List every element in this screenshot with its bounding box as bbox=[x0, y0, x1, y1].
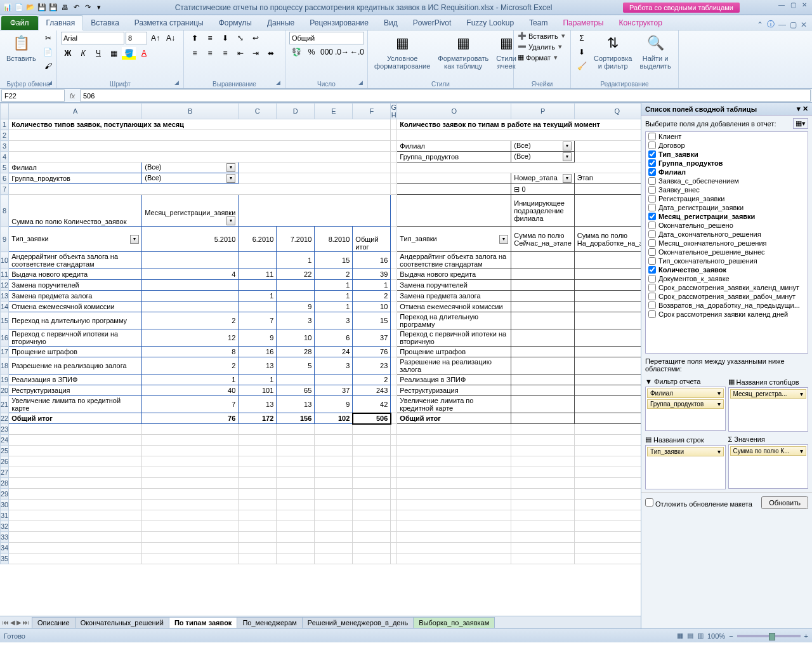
field-item[interactable]: Дата_окончательного_решения bbox=[646, 230, 808, 239]
field-checkbox[interactable] bbox=[648, 266, 656, 274]
save-all-icon[interactable]: 💾 bbox=[48, 3, 58, 13]
italic-icon[interactable]: К bbox=[76, 47, 90, 60]
name-box[interactable] bbox=[1, 90, 65, 102]
col-B[interactable]: B bbox=[142, 103, 239, 119]
zoom-in-icon[interactable]: + bbox=[804, 632, 808, 640]
row-label[interactable]: Прощение штрафов bbox=[9, 347, 142, 357]
field-checkbox[interactable] bbox=[648, 142, 656, 149]
field-item[interactable]: Окончательно_решено bbox=[646, 221, 808, 230]
number-format-combo[interactable] bbox=[289, 32, 364, 44]
field-item[interactable]: Тип_заявки bbox=[646, 150, 808, 159]
font-launcher-icon[interactable]: ◢ bbox=[174, 79, 182, 87]
format-painter-icon[interactable]: 🖌 bbox=[41, 60, 55, 72]
col-G[interactable]: G H bbox=[391, 103, 397, 119]
filter-icon[interactable]: ▾ bbox=[226, 163, 235, 172]
field-checkbox[interactable] bbox=[648, 213, 656, 220]
insert-cells-button[interactable]: ➕Вставить▾ bbox=[518, 32, 566, 40]
row-label[interactable]: Реструктуризация bbox=[9, 385, 142, 396]
field-checkbox[interactable] bbox=[648, 150, 656, 158]
sheet-tab[interactable]: Окончательных_решений bbox=[75, 617, 169, 628]
find-select-button[interactable]: 🔍Найти и выделить bbox=[637, 32, 673, 71]
indent-inc-icon[interactable]: ⇥ bbox=[249, 47, 263, 60]
field-item[interactable]: Заявка_с_обеспечением bbox=[646, 176, 808, 185]
maximize-icon[interactable]: ▢ bbox=[788, 1, 798, 10]
align-top-icon[interactable]: ⬆ bbox=[188, 32, 202, 44]
percent-icon[interactable]: % bbox=[304, 46, 318, 58]
field-item[interactable]: Возвратов_на_доработку_на_предыдущи... bbox=[646, 301, 808, 310]
zone-item[interactable]: Месяц_регистра...▾ bbox=[730, 389, 807, 399]
col-E[interactable]: E bbox=[315, 103, 353, 119]
clipboard-launcher-icon[interactable]: ◢ bbox=[48, 79, 55, 87]
bold-icon[interactable]: Ж bbox=[61, 47, 75, 60]
save-icon[interactable]: 💾 bbox=[37, 3, 47, 13]
formula-input[interactable] bbox=[80, 90, 811, 102]
number-launcher-icon[interactable]: ◢ bbox=[358, 79, 366, 87]
filter-icon[interactable]: ▾ bbox=[563, 174, 572, 183]
pivot-field-list[interactable]: КлиентДоговорТип_заявкиГруппа_продуктовФ… bbox=[645, 131, 808, 354]
field-checkbox[interactable] bbox=[648, 204, 656, 211]
merge-icon[interactable]: ⬌ bbox=[264, 47, 278, 60]
field-checkbox[interactable] bbox=[648, 257, 656, 265]
font-color-icon[interactable]: А bbox=[137, 47, 151, 60]
delete-cells-button[interactable]: ➖Удалить▾ bbox=[518, 43, 563, 51]
row-label[interactable]: Андеррайтинг объекта залога на соответст… bbox=[9, 252, 142, 269]
view-break-icon[interactable]: ▥ bbox=[697, 632, 704, 640]
cond-format-button[interactable]: ▦Условное форматирование bbox=[372, 32, 433, 71]
field-item[interactable]: Договор bbox=[646, 141, 808, 150]
paste-button[interactable]: 📋 Вставить bbox=[4, 32, 39, 63]
autosum-icon[interactable]: Σ bbox=[575, 32, 589, 44]
doc-restore-icon[interactable]: ▢ bbox=[790, 20, 797, 29]
zoom-slider[interactable] bbox=[737, 635, 801, 637]
indent-dec-icon[interactable]: ⇤ bbox=[233, 47, 247, 60]
align-center-icon[interactable]: ≡ bbox=[203, 47, 217, 60]
tab-params[interactable]: Параметры bbox=[555, 16, 611, 30]
col-P[interactable]: P bbox=[511, 103, 574, 119]
sheet-tab[interactable]: Решений_менеджеров_в_день bbox=[302, 617, 414, 628]
align-launcher-icon[interactable]: ◢ bbox=[276, 79, 284, 87]
row-label[interactable]: Разрешение на реализацию залога bbox=[9, 357, 142, 375]
shrink-font-icon[interactable]: A↓ bbox=[164, 32, 178, 44]
align-right-icon[interactable]: ≡ bbox=[218, 47, 232, 60]
underline-icon[interactable]: Ч bbox=[91, 47, 105, 60]
font-size-combo[interactable] bbox=[126, 32, 147, 44]
row-label[interactable]: Замена предмета залога bbox=[9, 291, 142, 302]
prev-sheet-icon[interactable]: ◀ bbox=[10, 619, 15, 626]
tab-formulas[interactable]: Формулы bbox=[211, 16, 259, 30]
align-middle-icon[interactable]: ≡ bbox=[203, 32, 217, 44]
sort-filter-button[interactable]: ⇅Сортировка и фильтр bbox=[591, 32, 634, 71]
field-checkbox[interactable] bbox=[648, 230, 656, 238]
last-sheet-icon[interactable]: ⏭ bbox=[23, 619, 29, 626]
col-A[interactable]: A bbox=[9, 103, 142, 119]
dec-decimal-icon[interactable]: ←.0 bbox=[350, 46, 364, 58]
doc-close-icon[interactable]: ✕ bbox=[801, 20, 807, 29]
update-button[interactable]: Обновить bbox=[761, 496, 808, 509]
field-checkbox[interactable] bbox=[648, 177, 656, 185]
next-sheet-icon[interactable]: ▶ bbox=[16, 619, 22, 626]
field-checkbox[interactable] bbox=[648, 275, 656, 282]
right-title[interactable]: Количество заявок по типам в работе на т… bbox=[397, 119, 641, 130]
field-checkbox[interactable] bbox=[648, 310, 656, 318]
redo-icon[interactable]: ↷ bbox=[82, 3, 93, 13]
field-item[interactable]: Срок_рассмотрения_заявки_календ_минут bbox=[646, 283, 808, 292]
field-checkbox[interactable] bbox=[648, 168, 656, 176]
view-normal-icon[interactable]: ▦ bbox=[677, 632, 683, 640]
orientation-icon[interactable]: ⤡ bbox=[233, 32, 247, 44]
field-checkbox[interactable] bbox=[648, 195, 656, 202]
zone-item[interactable]: Сумма по полю К...▾ bbox=[730, 446, 807, 456]
active-cell[interactable]: 506 bbox=[353, 413, 391, 424]
copy-icon[interactable]: 📄 bbox=[41, 46, 55, 58]
field-checkbox[interactable] bbox=[648, 293, 656, 300]
filter-icon[interactable]: ▾ bbox=[499, 235, 508, 244]
tab-insert[interactable]: Вставка bbox=[83, 16, 127, 30]
row-label[interactable]: Замена поручителей bbox=[9, 280, 142, 291]
new-icon[interactable]: 📄 bbox=[14, 3, 24, 13]
filter-icon[interactable]: ▾ bbox=[563, 152, 572, 161]
tab-team[interactable]: Team bbox=[521, 16, 555, 30]
fill-color-icon[interactable]: 🪣 bbox=[122, 47, 136, 60]
border-icon[interactable]: ▦ bbox=[107, 47, 121, 60]
col-Q[interactable]: Q bbox=[574, 103, 641, 119]
format-cells-button[interactable]: ▦Формат▾ bbox=[518, 53, 559, 62]
zone-item[interactable]: Группа_продуктов▾ bbox=[647, 399, 724, 409]
close-icon[interactable]: ✕ bbox=[799, 1, 809, 10]
field-checkbox[interactable] bbox=[648, 302, 656, 309]
